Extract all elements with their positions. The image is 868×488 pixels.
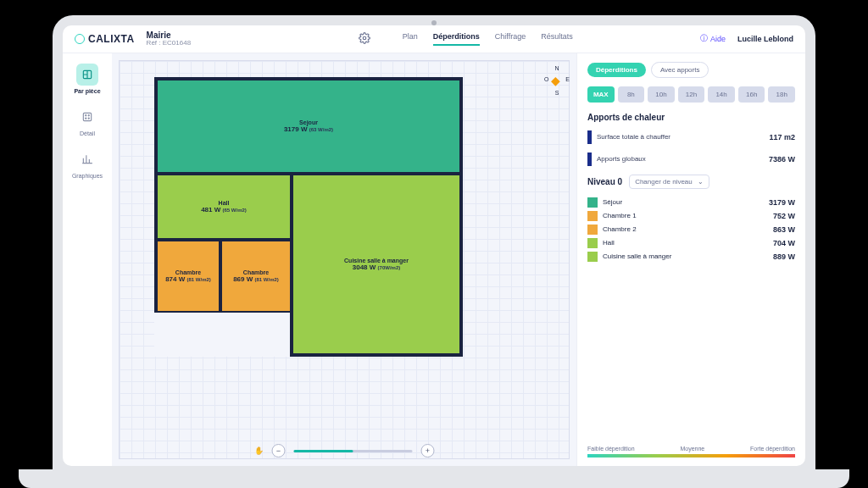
floorplan: Sejour 3179 W (63 W/m2) Hall 481 W (65 W… — [154, 77, 463, 357]
sidebar-item-label: Détail — [80, 130, 95, 136]
project-block: Mairie Réf : EC01648 — [147, 30, 231, 47]
list-item[interactable]: Chambre 1 752 W — [587, 211, 795, 221]
room-watts: 3179 W — [284, 125, 308, 133]
svg-point-3 — [86, 114, 86, 115]
hour-selector: MAX 8h 10h 12h 14h 16h 18h — [587, 86, 795, 103]
room-watts: 481 W — [201, 206, 220, 214]
project-ref: Réf : EC01648 — [147, 40, 231, 47]
metric-value: 117 m2 — [769, 133, 795, 141]
nav-tabs: Plan Déperditions Chiffrage Résultats — [403, 32, 573, 46]
room-watts: 874 W — [165, 275, 185, 283]
level-select[interactable]: Changer de niveau ⌄ — [629, 175, 709, 189]
room-list-name: Chambre 1 — [603, 212, 768, 219]
help-label: Aide — [710, 35, 726, 43]
zoom-controls: ✋ − + — [254, 444, 435, 458]
tab-deperditions[interactable]: Déperditions — [433, 32, 480, 46]
room-list-watts: 752 W — [773, 212, 795, 220]
metric-label: Surface totale à chauffer — [597, 133, 764, 141]
hour-14h[interactable]: 14h — [708, 86, 735, 103]
room-name: Cuisine salle à manger — [344, 258, 409, 263]
list-item[interactable]: Cuisine salle à manger 889 W — [587, 252, 795, 262]
legend-low: Faible déperdition — [587, 446, 635, 452]
metric-label: Apports globaux — [597, 155, 764, 163]
toggle-avec-apports[interactable]: Avec apports — [651, 62, 709, 78]
room-density: (63 W/m2) — [309, 127, 333, 132]
room-hall[interactable]: Hall 481 W (65 W/m2) — [156, 174, 292, 240]
svg-point-6 — [88, 118, 89, 119]
right-panel: Déperditions Avec apports MAX 8h 10h 12h… — [576, 53, 805, 466]
legend-high: Forte déperdition — [750, 446, 795, 452]
detail-icon — [76, 106, 98, 128]
room-name: Hall — [219, 200, 230, 206]
room-list-watts: 889 W — [773, 252, 795, 261]
metric-apports: Apports globaux 7386 W — [587, 152, 795, 166]
level-label: Niveau 0 — [587, 177, 622, 186]
svg-point-4 — [88, 114, 89, 115]
heat-legend: Faible déperdition Moyenne Forte déperdi… — [587, 446, 795, 458]
room-list-watts: 863 W — [773, 225, 795, 234]
room-list: Séjour 3179 W Chambre 1 752 W Chambre 2 … — [587, 197, 795, 262]
help-link[interactable]: ⓘ Aide — [700, 33, 726, 44]
room-chambre-1[interactable]: Chambre 874 W (81 W/m2) — [156, 240, 220, 313]
swatch-icon — [587, 211, 598, 221]
zoom-out-button[interactable]: − — [272, 444, 286, 458]
zoom-in-button[interactable]: + — [421, 444, 435, 458]
sidebar-item-detail[interactable]: Détail — [76, 106, 98, 136]
room-chambre-2[interactable]: Chambre 869 W (81 W/m2) — [220, 240, 292, 313]
brand-text: CALIXTA — [88, 33, 135, 45]
tab-resultats[interactable]: Résultats — [541, 32, 573, 46]
compass-n: N — [549, 65, 565, 71]
hour-12h[interactable]: 12h — [678, 86, 705, 103]
list-item[interactable]: Hall 704 W — [587, 238, 795, 248]
sidebar: Par pièce Détail Graphiques — [63, 53, 112, 466]
room-list-name: Chambre 2 — [603, 225, 768, 233]
metric-value: 7386 W — [769, 155, 795, 164]
room-watts: 869 W — [233, 275, 253, 283]
hour-10h[interactable]: 10h — [648, 86, 675, 103]
room-density: (65 W/m2) — [223, 208, 247, 213]
room-list-name: Hall — [603, 239, 768, 247]
hour-18h[interactable]: 18h — [768, 86, 795, 103]
list-item[interactable]: Chambre 2 863 W — [587, 225, 795, 235]
compass: N O E S — [549, 65, 565, 96]
room-name: Sejour — [299, 119, 318, 125]
logo-mark-icon — [75, 34, 85, 44]
sidebar-item-label: Par pièce — [74, 88, 100, 94]
room-list-name: Séjour — [603, 198, 764, 206]
sidebar-item-par-piece[interactable]: Par pièce — [74, 64, 100, 94]
room-density: (81 W/m2) — [187, 277, 211, 282]
apports-title: Apports de chaleur — [587, 113, 795, 122]
chart-icon — [76, 148, 98, 170]
room-density: (81 W/m2) — [255, 277, 279, 282]
hour-8h[interactable]: 8h — [618, 86, 645, 103]
level-select-text: Changer de niveau — [635, 178, 693, 186]
floorplan-canvas[interactable]: N O E S Sejour 3179 W (63 W/m2) — [112, 53, 576, 466]
gear-icon[interactable] — [359, 32, 370, 46]
compass-w: O — [544, 76, 548, 82]
legend-mid: Moyenne — [680, 446, 704, 452]
tab-chiffrage[interactable]: Chiffrage — [495, 32, 526, 46]
hour-16h[interactable]: 16h — [738, 86, 765, 103]
compass-rose-icon: O E — [549, 73, 565, 88]
chevron-down-icon: ⌄ — [698, 178, 704, 186]
list-item[interactable]: Séjour 3179 W — [587, 197, 795, 208]
logo: CALIXTA — [75, 33, 135, 45]
swatch-icon — [587, 252, 598, 262]
sidebar-item-graphiques[interactable]: Graphiques — [72, 148, 103, 179]
swatch-icon — [587, 238, 598, 248]
metric-bar-icon — [587, 130, 592, 144]
room-list-watts: 3179 W — [769, 198, 795, 207]
zoom-slider[interactable] — [294, 450, 413, 452]
svg-rect-2 — [83, 113, 91, 120]
tab-plan[interactable]: Plan — [403, 32, 418, 46]
hour-max[interactable]: MAX — [587, 86, 615, 103]
room-sejour[interactable]: Sejour 3179 W (63 W/m2) — [156, 79, 461, 174]
sidebar-item-label: Graphiques — [72, 173, 103, 179]
hand-icon[interactable]: ✋ — [254, 446, 264, 455]
room-cuisine[interactable]: Cuisine salle à manger 3048 W (70W/m2) — [292, 174, 461, 355]
user-name[interactable]: Lucille Leblond — [737, 35, 793, 43]
room-density: (70W/m2) — [378, 265, 401, 270]
help-icon: ⓘ — [700, 33, 708, 44]
room-watts: 3048 W — [353, 263, 376, 271]
toggle-deperditions[interactable]: Déperditions — [587, 63, 646, 77]
